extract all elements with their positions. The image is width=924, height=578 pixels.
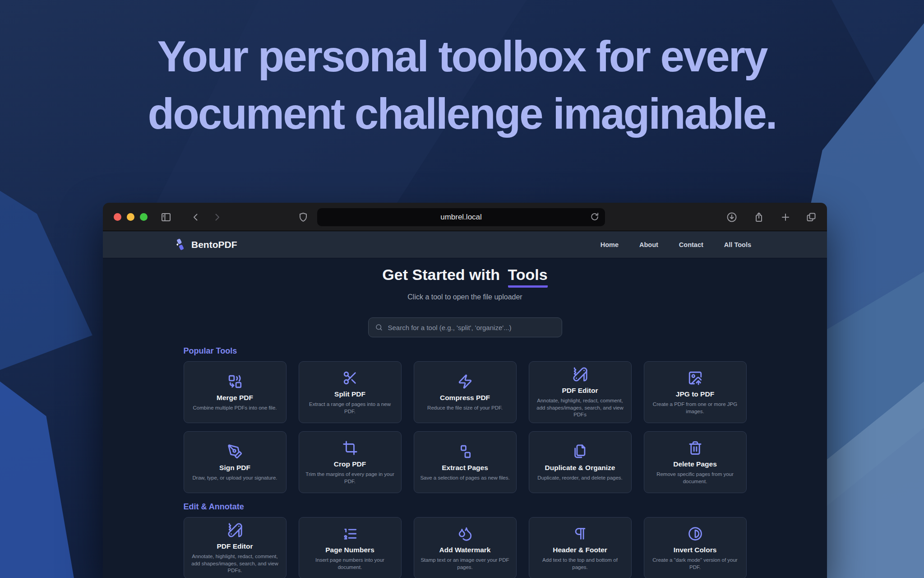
tool-card-delete-pages[interactable]: Delete Pages Remove specific pages from … <box>644 431 747 493</box>
tool-card-title: Merge PDF <box>217 394 253 402</box>
tool-card-description: Create a PDF from one or more JPG images… <box>650 401 741 415</box>
tool-card-duplicate-organize[interactable]: Duplicate & Organize Duplicate, reorder,… <box>529 431 632 493</box>
tool-card-jpg-to-pdf[interactable]: JPG to PDF Create a PDF from one or more… <box>644 361 747 423</box>
tool-card-crop-pdf[interactable]: Crop PDF Trim the margins of every page … <box>299 431 402 493</box>
tool-card-extract-pages[interactable]: Extract Pages Save a selection of pages … <box>414 431 517 493</box>
sidebar-toggle-icon[interactable] <box>160 211 172 224</box>
section-label-popular-tools: Popular Tools <box>184 346 747 356</box>
tool-card-title: Extract Pages <box>442 464 488 472</box>
tool-card-title: Invert Colors <box>674 546 717 554</box>
tool-card-header-footer[interactable]: Header & Footer Add text to the top and … <box>529 517 632 578</box>
nav-links: Home About Contact All Tools <box>601 241 751 248</box>
search-icon <box>375 323 383 331</box>
contrast-icon <box>688 525 703 542</box>
tool-card-description: Trim the margins of every page in your P… <box>305 471 396 485</box>
tool-card-title: Compress PDF <box>440 394 490 402</box>
tool-card-compress-pdf[interactable]: Compress PDF Reduce the file size of you… <box>414 361 517 423</box>
droplets-icon <box>457 525 473 542</box>
tool-card-description: Save a selection of pages as new files. <box>420 475 509 482</box>
nav-link-home[interactable]: Home <box>601 241 619 248</box>
tool-card-description: Annotate, highlight, redact, comment, ad… <box>189 553 281 575</box>
tool-card-title: Add Watermark <box>439 546 491 554</box>
swiss-army-knife-icon <box>573 366 588 383</box>
tool-card-description: Create a "dark mode" version of your PDF… <box>650 557 741 571</box>
pen-tool-icon <box>227 443 243 460</box>
tool-card-merge-pdf[interactable]: Merge PDF Combine multiple PDFs into one… <box>184 361 286 423</box>
swiss-army-knife-icon <box>227 522 243 539</box>
tool-card-title: JPG to PDF <box>676 390 714 398</box>
address-bar[interactable]: umbrel.local <box>317 208 605 226</box>
bentopdf-logo-icon <box>174 238 187 252</box>
nav-link-all-tools[interactable]: All Tools <box>724 241 751 248</box>
reload-icon[interactable] <box>590 212 601 223</box>
extract-pages-icon <box>457 443 473 460</box>
browser-titlebar: umbrel.local <box>103 203 827 231</box>
tool-card-title: PDF Editor <box>217 542 253 550</box>
shield-icon[interactable] <box>297 211 310 224</box>
tool-card-description: Stamp text or an image over your PDF pag… <box>420 557 511 571</box>
close-window-button[interactable] <box>114 213 121 221</box>
tool-grid: PDF Editor Annotate, highlight, redact, … <box>184 517 747 578</box>
site-navbar: BentoPDF Home About Contact All Tools <box>103 231 827 258</box>
plus-icon[interactable] <box>779 211 792 224</box>
tool-card-description: Duplicate, reorder, and delete pages. <box>537 475 623 482</box>
chevron-left-icon[interactable] <box>189 211 202 224</box>
tool-card-description: Combine multiple PDFs into one file. <box>193 405 277 412</box>
page-title: Get Started with Tools <box>103 266 827 288</box>
tool-card-description: Annotate, highlight, redact, comment, ad… <box>535 397 626 419</box>
merge-icon <box>227 373 243 390</box>
scissors-icon <box>342 369 358 387</box>
section-label-edit-annotate: Edit & Annotate <box>184 502 747 512</box>
tool-card-description: Add text to the top and bottom of pages. <box>535 557 626 571</box>
tool-card-title: Sign PDF <box>219 464 250 472</box>
tool-card-page-numbers[interactable]: Page Numbers Insert page numbers into yo… <box>299 517 402 578</box>
tool-search[interactable] <box>368 317 562 337</box>
numbered-list-icon <box>342 525 358 542</box>
search-input[interactable] <box>387 323 555 332</box>
lightning-icon <box>457 373 473 390</box>
tool-card-sign-pdf[interactable]: Sign PDF Draw, type, or upload your sign… <box>184 431 286 493</box>
tool-card-invert-colors[interactable]: Invert Colors Create a "dark mode" versi… <box>644 517 747 578</box>
tool-card-split-pdf[interactable]: Split PDF Extract a range of pages into … <box>299 361 402 423</box>
crop-icon <box>342 439 358 457</box>
page-title-highlight: Tools <box>508 266 548 288</box>
nav-link-about[interactable]: About <box>639 241 658 248</box>
page-subtitle: Click a tool to open the file uploader <box>103 293 827 301</box>
zoom-window-button[interactable] <box>140 213 148 221</box>
nav-link-contact[interactable]: Contact <box>679 241 703 248</box>
tool-card-title: Header & Footer <box>553 546 607 554</box>
tool-card-title: Duplicate & Organize <box>545 464 615 472</box>
tool-card-description: Insert page numbers into your document. <box>305 557 396 571</box>
tool-card-title: Page Numbers <box>325 546 374 554</box>
desktop-screen: Your personal toolbox for every document… <box>0 0 924 578</box>
chevron-right-icon[interactable] <box>211 211 223 224</box>
page-content: Get Started with Tools Click a tool to o… <box>103 258 827 578</box>
tool-card-title: Split PDF <box>334 390 365 398</box>
tool-card-description: Reduce the file size of your PDF. <box>427 405 503 412</box>
share-icon[interactable] <box>753 211 765 224</box>
tool-card-add-watermark[interactable]: Add Watermark Stamp text or an image ove… <box>414 517 517 578</box>
page-title-prefix: Get Started with <box>382 266 500 283</box>
tool-card-pdf-editor[interactable]: PDF Editor Annotate, highlight, redact, … <box>184 517 286 578</box>
tool-card-description: Draw, type, or upload your signature. <box>193 475 277 482</box>
tool-card-title: Crop PDF <box>334 460 366 468</box>
tool-card-title: PDF Editor <box>562 387 598 395</box>
download-icon[interactable] <box>725 211 738 224</box>
trash-icon <box>688 439 703 457</box>
brand-logo[interactable]: BentoPDF <box>174 238 237 252</box>
tabs-icon[interactable] <box>805 211 818 224</box>
duplicate-icon <box>573 443 588 460</box>
tool-card-pdf-editor[interactable]: PDF Editor Annotate, highlight, redact, … <box>529 361 632 423</box>
hero-headline-line2: document challenge imaginable. <box>0 85 924 143</box>
tool-card-description: Remove specific pages from your document… <box>650 471 741 485</box>
hero-headline-line1: Your personal toolbox for every <box>0 28 924 85</box>
image-upload-icon <box>688 369 703 387</box>
tool-grid: Merge PDF Combine multiple PDFs into one… <box>184 361 747 493</box>
tool-card-description: Extract a range of pages into a new PDF. <box>305 401 396 415</box>
browser-window: umbrel.local BentoPDF Home About Contact… <box>103 203 827 578</box>
minimize-window-button[interactable] <box>127 213 134 221</box>
hero-headline: Your personal toolbox for every document… <box>0 28 924 142</box>
tool-sections: Popular Tools Merge PDF Combine multiple… <box>184 346 747 578</box>
url-text: umbrel.local <box>440 213 482 222</box>
tool-card-title: Delete Pages <box>673 460 717 468</box>
